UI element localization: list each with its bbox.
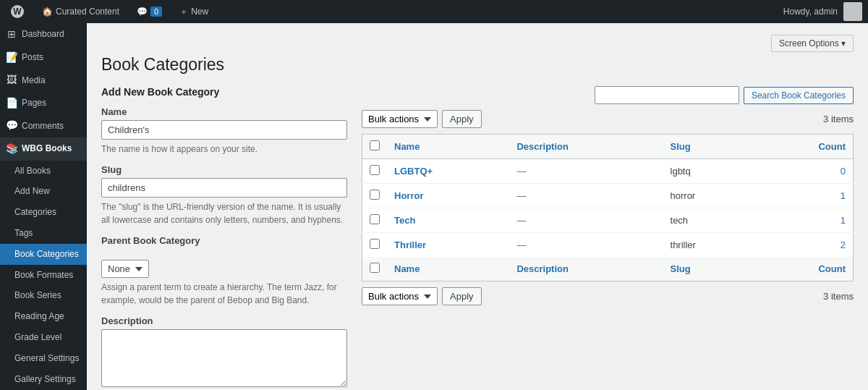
slug-label: Slug [101,164,347,175]
footer-count[interactable]: Count [756,257,854,281]
sidebar-label-book-categories: Book Categories [14,248,79,260]
row-name-link-2[interactable]: Tech [394,215,415,226]
row-checkbox-0[interactable] [370,165,380,175]
select-all-checkbox[interactable] [370,140,380,151]
top-apply-button[interactable]: Apply [442,110,482,128]
row-count-link-1[interactable]: 1 [841,190,846,201]
row-checkbox-2[interactable] [370,214,380,224]
media-icon: 🖼 [6,73,17,88]
header-description[interactable]: Description [509,135,663,159]
row-count-link-3[interactable]: 2 [841,239,846,250]
footer-slug[interactable]: Slug [663,257,756,281]
row-checkbox-1[interactable] [370,190,380,200]
sidebar-item-add-new[interactable]: Add New [0,181,87,202]
sidebar-item-posts[interactable]: 📝 Posts [0,46,87,69]
sidebar-item-categories[interactable]: Categories [0,202,87,223]
row-name-3: Thriller [387,233,509,258]
sidebar-item-grade-level[interactable]: Grade Level [0,327,87,348]
sidebar-label-book-series: Book Series [14,289,61,302]
header-checkbox-col [362,135,388,159]
row-checkbox-cell [362,208,388,233]
form-title: Add New Book Category [101,86,347,98]
slug-help: The "slug" is the URL-friendly version o… [101,200,347,226]
footer-description[interactable]: Description [509,257,663,281]
new-label: New [191,7,208,17]
parent-select[interactable]: None [101,260,149,278]
howdy-text: Howdy, admin [783,7,838,17]
row-slug-3: thriller [663,233,756,258]
table-footer: Name Description Slug Count [362,257,854,281]
new-content-button[interactable]: ＋ New [175,0,213,23]
add-new-form: Add New Book Category Name The name is h… [101,86,347,390]
wp-logo-button[interactable]: W [6,0,29,23]
search-button[interactable]: Search Book Categories [744,87,854,104]
comment-icon: 💬 [137,7,148,17]
sidebar-label-wbg-books: WBG Books [22,143,72,155]
sidebar-item-all-books[interactable]: All Books [0,161,87,182]
sidebar-item-general-settings[interactable]: General Settings [0,348,87,369]
posts-icon: 📝 [6,51,17,65]
page-title: Book Categories [101,55,854,75]
name-label: Name [101,106,347,117]
header-name[interactable]: Name [387,135,509,159]
parent-field-group: Parent Book Category None Assign a paren… [101,235,347,307]
top-bar: W 🏠 Curated Content 💬 0 ＋ New Howdy, adm… [0,0,868,23]
comments-button[interactable]: 💬 0 [132,0,166,23]
row-description-2: — [509,208,663,233]
sidebar-label-general-settings: General Settings [14,352,79,365]
name-input[interactable] [101,120,347,140]
row-count-link-0[interactable]: 0 [841,166,846,177]
row-checkbox-3[interactable] [370,239,380,249]
row-checkbox-cell [362,159,388,184]
wbg-books-icon: 📚 [6,142,17,156]
select-all-footer-checkbox[interactable] [370,263,380,273]
slug-field-group: Slug The "slug" is the URL-friendly vers… [101,164,347,226]
table-row: Horror — horror 1 [362,184,854,208]
plus-icon: ＋ [179,6,188,18]
sidebar-label-media: Media [22,75,46,87]
sidebar-item-tags[interactable]: Tags [0,223,87,244]
sidebar-item-reading-age[interactable]: Reading Age [0,306,87,327]
bottom-bulk-controls: Bulk actions Delete Apply [362,287,482,305]
bottom-bulk-select[interactable]: Bulk actions Delete [362,287,438,305]
row-count-1: 1 [756,184,854,208]
table-row: Thriller — thriller 2 [362,233,854,258]
table-header: Name Description Slug Count [362,135,854,159]
sidebar-item-gallery-settings[interactable]: Gallery Settings [0,369,87,390]
sidebar-item-dashboard[interactable]: ⊞ Dashboard [0,23,87,46]
row-name-link-0[interactable]: LGBTQ+ [394,166,433,177]
row-slug-1: horror [663,184,756,208]
row-name-link-1[interactable]: Horror [394,190,423,201]
main-content: Screen Options ▾ Book Categories Add New… [87,23,868,390]
content-area: Add New Book Category Name The name is h… [101,86,854,390]
layout: ⊞ Dashboard 📝 Posts 🖼 Media 📄 Pages 💬 Co… [0,23,868,390]
row-count-link-2[interactable]: 1 [841,215,846,226]
sidebar-item-comments[interactable]: 💬 Comments [0,114,87,137]
sidebar-label-tags: Tags [14,227,33,239]
row-name-link-3[interactable]: Thriller [394,239,426,250]
bottom-apply-button[interactable]: Apply [442,287,482,305]
search-input[interactable] [595,86,739,104]
sidebar-item-media[interactable]: 🖼 Media [0,69,87,92]
top-items-count: 3 items [823,114,854,124]
sidebar-item-pages[interactable]: 📄 Pages [0,92,87,115]
top-bar-right: Howdy, admin [783,2,862,21]
bottom-items-count: 3 items [823,291,854,302]
screen-options-button[interactable]: Screen Options ▾ [771,35,854,52]
sidebar-item-book-series[interactable]: Book Series [0,285,87,306]
header-slug[interactable]: Slug [663,135,756,159]
header-count[interactable]: Count [756,135,854,159]
row-count-3: 2 [756,233,854,258]
top-bar-left: W 🏠 Curated Content 💬 0 ＋ New [6,0,783,23]
table-body: LGBTQ+ — lgbtq 0 Horror — horror 1 [362,159,854,258]
top-bulk-select[interactable]: Bulk actions Delete [362,110,438,128]
sidebar-label-dashboard: Dashboard [22,28,64,41]
site-name-button[interactable]: 🏠 Curated Content [38,0,124,23]
slug-input[interactable] [101,178,347,198]
footer-name[interactable]: Name [387,257,509,281]
sidebar: ⊞ Dashboard 📝 Posts 🖼 Media 📄 Pages 💬 Co… [0,23,87,390]
sidebar-item-wbg-books[interactable]: 📚 WBG Books [0,137,87,161]
sidebar-item-book-formats[interactable]: Book Formates [0,265,87,286]
sidebar-item-book-categories[interactable]: Book Categories [0,244,87,265]
description-textarea[interactable] [101,329,347,387]
